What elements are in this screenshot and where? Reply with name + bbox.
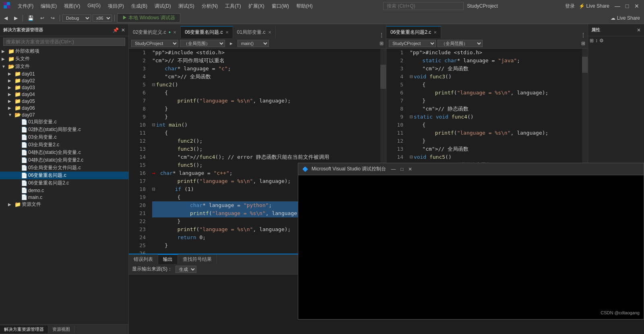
- undo-button[interactable]: ↩: [38, 14, 47, 22]
- menu-edit[interactable]: 编辑(E): [37, 2, 60, 10]
- tab-define[interactable]: 02变量的定义.c ● ✕: [129, 26, 181, 38]
- tree-item[interactable]: 📄01局部变量.c: [0, 118, 128, 126]
- run-button[interactable]: ▶ 本地 Windows 调试器: [117, 13, 180, 23]
- tree-item[interactable]: 📄03全局变量.c: [0, 133, 128, 141]
- close-button[interactable]: ✕: [633, 2, 641, 10]
- tree-item[interactable]: 📄02静态(static)局部变量.c: [0, 126, 128, 133]
- tree-item[interactable]: 📄05全局变量分文件问题.c: [0, 164, 128, 172]
- range-selector-right[interactable]: （全局范围）: [438, 40, 483, 47]
- platform-selector[interactable]: x86 x64: [93, 14, 112, 22]
- output-source-selector[interactable]: 生成 调试: [175, 266, 196, 273]
- menu-project[interactable]: 项目(P): [105, 2, 127, 10]
- menu-extensions[interactable]: 扩展(X): [245, 2, 268, 10]
- range-selector-left[interactable]: （全局范围）: [180, 40, 225, 47]
- bottom-tab-errors[interactable]: 错误列表: [129, 254, 158, 264]
- line-number: 8: [132, 105, 146, 113]
- tree-item[interactable]: ▶📁day06: [0, 105, 128, 111]
- properties-grid-icon[interactable]: ⊞: [590, 38, 594, 43]
- properties-gear-icon[interactable]: ⚙: [599, 38, 604, 43]
- forward-button[interactable]: ▶: [12, 14, 20, 22]
- tree-item[interactable]: 📄04静态(static)全局变量2.c: [0, 156, 128, 164]
- tab-rename-problem[interactable]: 06变量重名问题.c ✕: [181, 26, 233, 38]
- editor-right-expand-icon[interactable]: ⊞: [581, 41, 585, 46]
- tree-item[interactable]: 📄demo.c: [0, 187, 128, 194]
- back-button[interactable]: ◀: [2, 14, 10, 22]
- properties-sort-icon[interactable]: ↕: [595, 38, 598, 43]
- line-number: 25: [132, 242, 146, 250]
- sidebar-close-icon[interactable]: ✕: [121, 27, 125, 33]
- bottom-tab-find[interactable]: 查找符号结果: [178, 254, 217, 264]
- tab-rename2-label: 06变量重名问题2.c: [390, 29, 431, 36]
- tree-item[interactable]: 📄06变量重名问题.c: [0, 172, 128, 179]
- tree-item[interactable]: ▶📁day05: [0, 98, 128, 105]
- menu-analyze[interactable]: 分析(N): [198, 2, 221, 10]
- line-number: 8: [390, 105, 403, 113]
- live-share-button[interactable]: ⚡ Live Share: [579, 3, 609, 9]
- global-search[interactable]: [383, 2, 464, 10]
- folder-icon: 📁: [14, 105, 22, 111]
- tree-item[interactable]: 📄04静态(static)全局变量.c: [0, 149, 128, 156]
- tab-rename-close[interactable]: ✕: [225, 30, 229, 35]
- function-selector-left[interactable]: main(): [237, 40, 269, 47]
- tree-item[interactable]: ▶📁外部依赖项: [0, 47, 128, 55]
- redo-button[interactable]: ↪: [48, 14, 57, 22]
- menu-test[interactable]: 测试(S): [175, 2, 198, 10]
- scope-selector-right[interactable]: StudyCProject: [389, 40, 436, 47]
- tree-item[interactable]: ▶📁资源文件: [0, 201, 128, 208]
- tab-local-close[interactable]: ✕: [268, 30, 271, 35]
- editor-right-menu-icon[interactable]: ⋮: [580, 32, 586, 38]
- menu-build[interactable]: 生成(B): [128, 2, 151, 10]
- tree-item[interactable]: ▶📁day03: [0, 84, 128, 91]
- code-line: }: [152, 105, 377, 113]
- editor-left-menu-icon[interactable]: ⋮: [379, 32, 384, 38]
- tree-item[interactable]: 📄main.c: [0, 194, 128, 201]
- menu-tools[interactable]: 工具(T): [222, 2, 244, 10]
- bottom-tab-output[interactable]: 输出: [158, 254, 178, 264]
- sidebar-title: 解决方案资源管理器: [3, 27, 43, 33]
- tab-define-close[interactable]: ✕: [173, 30, 176, 35]
- minimize-button[interactable]: —: [613, 2, 621, 10]
- menu-help[interactable]: 帮助(H): [293, 2, 316, 10]
- debug-console-label: Microsoft Visual Studio 调试控制台: [312, 166, 386, 172]
- debug-console-minimize[interactable]: —: [391, 166, 396, 172]
- menu-view[interactable]: 视图(V): [61, 2, 83, 10]
- line-number: 3: [390, 65, 403, 73]
- tree-item[interactable]: ▶📁头文件: [0, 55, 128, 63]
- code-line: ⊟static void func4(): [410, 113, 579, 121]
- line-number: 11: [390, 129, 403, 137]
- tree-item[interactable]: 📄03全局变量2.c: [0, 141, 128, 149]
- editor-left-expand-icon[interactable]: ⊞: [380, 41, 384, 46]
- output-source-label: 显示输出来源(S)：: [132, 266, 172, 273]
- menu-git[interactable]: Git(G): [84, 2, 104, 10]
- maximize-button[interactable]: □: [623, 2, 631, 10]
- debug-console-maximize[interactable]: □: [400, 166, 403, 172]
- build-config-selector[interactable]: Debug Release: [62, 14, 91, 22]
- scope-selector-left[interactable]: StudyCProject: [131, 40, 178, 47]
- menu-debug[interactable]: 调试(D): [151, 2, 174, 10]
- debug-console-close[interactable]: ✕: [408, 166, 412, 172]
- sidebar-search-input[interactable]: [3, 38, 125, 46]
- svg-rect-2: [4, 5, 7, 8]
- sidebar-pin-icon[interactable]: 📌: [113, 27, 119, 33]
- properties-close-icon[interactable]: ✕: [637, 27, 641, 33]
- tree-item[interactable]: ▶📁day01: [0, 70, 128, 77]
- editor-left-toolbar: StudyCProject （全局范围） ► main() ⊞: [129, 38, 386, 49]
- tree-item[interactable]: ▼📂源文件: [0, 63, 128, 70]
- menu-file[interactable]: 文件(F): [14, 2, 37, 10]
- menu-window[interactable]: 窗口(W): [268, 2, 292, 10]
- live-share-toolbar[interactable]: ☁ Live Share: [608, 14, 642, 22]
- tab-rename2-close[interactable]: ✕: [433, 30, 437, 35]
- file-icon: 📄: [21, 165, 28, 171]
- tab-local-var[interactable]: 01局部变量.c ✕: [233, 26, 276, 38]
- sidebar-tab-resource[interactable]: 资源视图: [48, 326, 74, 333]
- properties-header: 属性 ✕: [588, 24, 644, 36]
- tab-rename2[interactable]: 06变量重名问题2.c ✕: [386, 26, 441, 38]
- save-button[interactable]: 💾: [25, 14, 36, 22]
- tree-item-label: day05: [22, 98, 35, 104]
- tree-item[interactable]: 📄06变量重名问题2.c: [0, 179, 128, 187]
- login-button[interactable]: 登录: [565, 3, 575, 10]
- tree-item[interactable]: ▼📂day07: [0, 111, 128, 118]
- sidebar-tab-solution[interactable]: 解决方案资源管理器: [0, 326, 48, 333]
- tree-item[interactable]: ▶📁day02: [0, 77, 128, 84]
- tree-item[interactable]: ▶📁day04: [0, 91, 128, 98]
